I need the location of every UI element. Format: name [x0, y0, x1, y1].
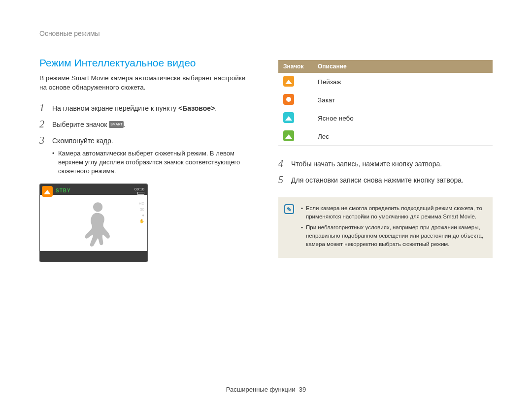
preview-side-indicators: HD 30 ● ✋	[138, 201, 144, 224]
note-icon: ✎	[284, 204, 294, 214]
left-column: Режим Интеллектуальное видео В режиме Sm…	[39, 57, 254, 262]
table-row: Пейзаж	[278, 73, 493, 91]
breadcrumb: Основные режимы	[39, 30, 493, 37]
step-number: 3	[39, 135, 46, 176]
stby-label: STBY	[56, 188, 71, 193]
note-item: При неблагоприятных условиях, например п…	[301, 223, 485, 248]
landscape-icon	[283, 76, 294, 87]
step-number: 2	[39, 119, 46, 130]
table-row: Ясное небо	[278, 109, 493, 127]
step-5: 5 Для остановки записи снова нажмите кно…	[278, 174, 493, 185]
note-box: ✎ Если камера не смогла определить подхо…	[278, 197, 493, 258]
step-3: 3 Скомпонуйте кадр. Камера автоматически…	[39, 135, 254, 176]
step-text: Чтобы начать запись, нажмите кнопку затв…	[291, 158, 442, 169]
camera-preview: STBY 00:10 HD 30 ● ✋	[39, 184, 148, 262]
hd-indicator: HD	[138, 201, 144, 207]
step-bold: <Базовое>	[178, 104, 215, 112]
step-text-after: .	[124, 121, 126, 128]
table-cell-label: Закат	[313, 91, 493, 109]
preview-timer: 00:10	[134, 187, 144, 191]
smart-movie-icon: SMART	[109, 121, 124, 128]
page-number: 39	[299, 386, 306, 393]
record-indicator: ●	[138, 213, 144, 218]
table-row: Закат	[278, 91, 493, 109]
scene-icon-table: Значок Описание Пейзаж Закат Ясное небо	[278, 60, 493, 146]
step-bullet: Камера автоматически выберет сюжетный ре…	[52, 149, 254, 176]
step-number: 1	[39, 102, 46, 114]
footer-label: Расширенные функции	[226, 386, 296, 393]
right-column: Значок Описание Пейзаж Закат Ясное небо	[278, 57, 493, 262]
step-number: 4	[278, 158, 285, 169]
step-4: 4 Чтобы начать запись, нажмите кнопку за…	[278, 158, 493, 169]
table-row: Лес	[278, 127, 493, 146]
sunset-icon	[283, 94, 294, 105]
step-text: На главном экране перейдите к пункту	[52, 104, 178, 112]
stabilization-icon: ✋	[138, 218, 144, 224]
fps-indicator: 30	[138, 207, 144, 213]
step-text-after: .	[215, 104, 217, 112]
table-cell-label: Лес	[313, 127, 493, 146]
forest-icon	[283, 130, 294, 141]
section-title: Режим Интеллектуальное видео	[39, 57, 254, 69]
table-cell-label: Пейзаж	[313, 73, 493, 91]
table-header-desc: Описание	[313, 60, 493, 73]
step-2: 2 Выберите значок SMART.	[39, 119, 254, 130]
table-header-icon: Значок	[278, 60, 313, 73]
step-text: Для остановки записи снова нажмите кнопк…	[291, 174, 464, 185]
intro-paragraph: В режиме Smart Movie камера автоматическ…	[39, 74, 254, 93]
step-text: Выберите значок	[52, 121, 109, 128]
step-text: Скомпонуйте кадр.	[52, 137, 113, 145]
note-item: Если камера не смогла определить подходя…	[301, 204, 485, 220]
page-footer: Расширенные функции 39	[0, 386, 532, 393]
step-1: 1 На главном экране перейдите к пункту <…	[39, 102, 254, 114]
step-number: 5	[278, 174, 285, 185]
battery-icon	[137, 192, 144, 195]
preview-silhouette	[69, 199, 129, 253]
table-cell-label: Ясное небо	[313, 109, 493, 127]
scene-mode-icon	[42, 186, 53, 197]
clear-sky-icon	[283, 112, 294, 123]
